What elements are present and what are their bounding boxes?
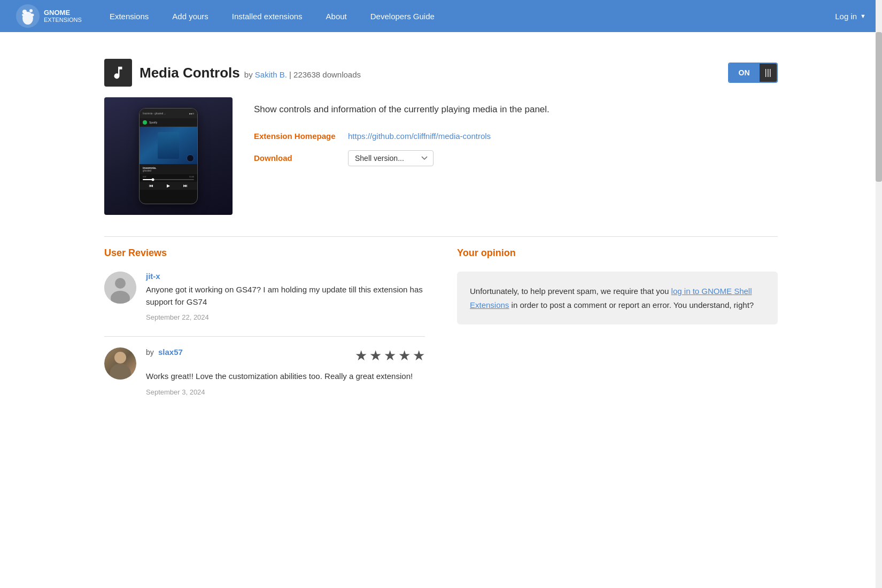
- review-date-0: September 22, 2024: [146, 313, 209, 321]
- review-username-0: jit-x: [146, 272, 425, 281]
- main-content: Media Controls by Sakith B. | 223638 dow…: [83, 32, 799, 443]
- next-button[interactable]: ⏭: [183, 183, 188, 188]
- phone-icons: ▶▶⊟: [189, 112, 194, 115]
- toggle-on-label[interactable]: ON: [729, 64, 760, 82]
- phone-status-text: Insomnia - ghasted ...: [143, 112, 166, 115]
- prev-button[interactable]: ⏮: [149, 183, 153, 188]
- reviews-section: User Reviews jit-x Anyone got it working…: [104, 247, 778, 411]
- phone-album-art: [140, 127, 197, 164]
- star-3: ★: [384, 347, 396, 364]
- phone-controls: ⏮ ▶ ⏭: [140, 182, 197, 190]
- your-opinion-title: Your opinion: [457, 247, 778, 259]
- avatar-photo-1: [104, 347, 136, 380]
- extension-screenshot: Insomnia - ghasted ... ▶▶⊟ Spotify: [104, 97, 233, 215]
- extension-author-link[interactable]: Sakith B.: [255, 70, 287, 79]
- phone-top-bar: Insomnia - ghasted ... ▶▶⊟: [140, 109, 197, 118]
- review-user-link-0[interactable]: jit-x: [146, 272, 160, 281]
- svg-point-3: [29, 9, 33, 12]
- review-text-0: Anyone got it working on GS47? I am hold…: [146, 284, 425, 308]
- nav-installed[interactable]: Installed extensions: [220, 0, 314, 32]
- star-rating-1: ★ ★ ★ ★ ★: [355, 347, 425, 364]
- download-row: Download Shell version... GNOME 45 GNOME…: [254, 150, 778, 166]
- review-username-1: by slax57: [146, 347, 183, 357]
- extension-meta: by Sakith B. | 223638 downloads: [244, 70, 361, 79]
- review-avatar-0: [104, 272, 136, 304]
- play-button[interactable]: ▶: [167, 183, 170, 188]
- phone-mockup: Insomnia - ghasted ... ▶▶⊟ Spotify: [104, 97, 233, 215]
- svg-point-7: [115, 278, 126, 289]
- nav-login-button[interactable]: Log in ▼: [835, 12, 866, 21]
- homepage-link[interactable]: https://github.com/cliffniff/media-contr…: [348, 131, 491, 141]
- scrollbar-thumb[interactable]: [876, 32, 882, 182]
- star-4: ★: [398, 347, 411, 364]
- phone-progress-bar: 0:07 01:46: [140, 174, 197, 182]
- nav-developers[interactable]: Developers Guide: [359, 0, 446, 32]
- review-user-link-1[interactable]: slax57: [158, 347, 183, 357]
- extension-description: Show controls and information of the cur…: [254, 103, 778, 117]
- your-opinion-panel: Your opinion Unfortunately, to help prev…: [457, 247, 778, 324]
- toggle-settings-icon[interactable]: |||: [760, 64, 777, 82]
- nav-add-yours[interactable]: Add yours: [160, 0, 220, 32]
- svg-point-5: [22, 14, 24, 16]
- opinion-text-before: Unfortunately, to help prevent spam, we …: [470, 287, 671, 296]
- phone-progress-track: [143, 179, 194, 180]
- homepage-row: Extension Homepage https://github.com/cl…: [254, 131, 778, 141]
- avatar-body: [110, 363, 131, 380]
- music-icon: [110, 65, 126, 81]
- phone-song-info: insomnia. ghosted: [140, 164, 197, 174]
- nav-about[interactable]: About: [314, 0, 359, 32]
- review-item-0: jit-x Anyone got it working on GS47? I a…: [104, 272, 425, 321]
- opinion-text-after: in order to post a comment or report an …: [509, 300, 754, 310]
- extension-header: Media Controls by Sakith B. | 223638 dow…: [104, 59, 778, 87]
- review-item-1: by slax57 ★ ★ ★ ★ ★ Works great!! Love t…: [104, 347, 425, 396]
- user-reviews-panel: User Reviews jit-x Anyone got it working…: [104, 247, 425, 411]
- extension-info: Show controls and information of the cur…: [254, 97, 778, 176]
- phone-inner: Insomnia - ghasted ... ▶▶⊟ Spotify: [139, 108, 198, 204]
- phone-app-label: Spotify: [149, 121, 157, 124]
- toggle-switch[interactable]: ON |||: [728, 63, 778, 83]
- phone-song-artist: ghosted: [143, 169, 194, 172]
- svg-point-2: [22, 10, 27, 14]
- user-reviews-title: User Reviews: [104, 247, 425, 259]
- review-date-1: September 3, 2024: [146, 388, 205, 396]
- review-header-row-1: by slax57 ★ ★ ★ ★ ★: [146, 347, 425, 367]
- avatar-silhouette-icon: [104, 272, 136, 304]
- homepage-label: Extension Homepage: [254, 131, 339, 141]
- opinion-box: Unfortunately, to help prevent spam, we …: [457, 272, 778, 324]
- review-avatar-1: [104, 347, 136, 380]
- star-5: ★: [413, 347, 425, 364]
- section-divider: [104, 236, 778, 237]
- avatar-face: [114, 352, 126, 363]
- star-2: ★: [369, 347, 382, 364]
- phone-app-bar: Spotify: [140, 118, 197, 127]
- extension-icon: [104, 59, 132, 87]
- shell-version-select[interactable]: Shell version... GNOME 45 GNOME 44 GNOME…: [348, 150, 434, 166]
- extension-body: Insomnia - ghasted ... ▶▶⊟ Spotify: [104, 97, 778, 215]
- download-label: Download: [254, 153, 339, 163]
- download-value: Shell version... GNOME 45 GNOME 44 GNOME…: [348, 150, 434, 166]
- star-1: ★: [355, 347, 367, 364]
- scrollbar-track: [876, 0, 882, 443]
- phone-progress-dot: [152, 179, 154, 181]
- review-body-1: by slax57 ★ ★ ★ ★ ★ Works great!! Love t…: [146, 347, 425, 396]
- extension-name: Media Controls: [140, 65, 240, 81]
- nav-logo[interactable]: GNOME EXTENSIONS: [16, 4, 82, 28]
- svg-point-4: [32, 14, 34, 17]
- extension-title-group: Media Controls by Sakith B. | 223638 dow…: [140, 65, 721, 81]
- nav-extensions[interactable]: Extensions: [98, 0, 160, 32]
- review-divider: [104, 336, 425, 337]
- spotify-icon: [143, 120, 147, 125]
- homepage-value: https://github.com/cliffniff/media-contr…: [348, 131, 491, 141]
- review-text-1: Works great!! Love the customization abi…: [146, 370, 425, 383]
- nav-links: Extensions Add yours Installed extension…: [98, 0, 835, 32]
- navbar: GNOME EXTENSIONS Extensions Add yours In…: [0, 0, 882, 32]
- review-body-0: jit-x Anyone got it working on GS47? I a…: [146, 272, 425, 321]
